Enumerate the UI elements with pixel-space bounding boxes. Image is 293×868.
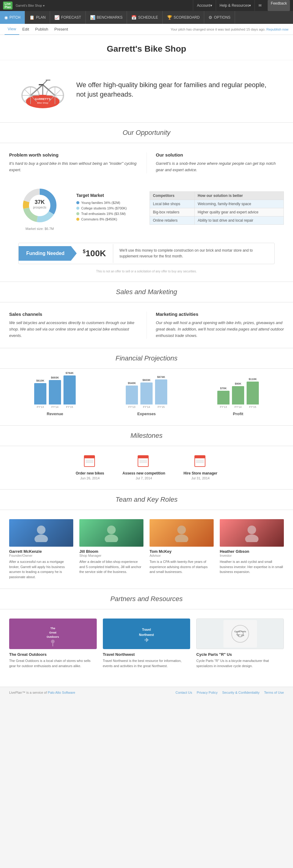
- hero-tagline: We offer high-quality biking gear for fa…: [76, 81, 275, 99]
- pitch-icon: ◉: [4, 15, 8, 20]
- bar-expenses-fy13: [126, 385, 138, 404]
- partner-logo-2: Cycle Parts "R" Us: [196, 619, 284, 649]
- comp-solution-2: Ability to last drive and local repair: [194, 216, 284, 224]
- member-photo-heather: [220, 519, 284, 547]
- member-name-2: Tom McKey: [150, 549, 214, 554]
- nav-scoreboard[interactable]: 🏆 SCOREBOARD: [163, 11, 204, 24]
- bar-revenue-fy14: [49, 380, 61, 404]
- nav-pitch[interactable]: ◉ PITCH: [0, 11, 25, 24]
- sales-channels-column: Sales channels We sell bicycles and acce…: [9, 312, 147, 339]
- feedback-mail-icon: ✉: [258, 3, 262, 8]
- sales-marketing-content: Sales channels We sell bicycles and acce…: [0, 305, 293, 345]
- milestone-name-1: Assess new competition: [122, 471, 165, 475]
- liveplan-logo: LivePlan: [3, 2, 12, 9]
- comp-name-0: Local bike shops: [150, 200, 195, 208]
- partners-section-title: Partners and Resources: [0, 589, 293, 609]
- legend-item-2: Trail enthusiasts 19% ($3.5M): [76, 212, 143, 216]
- nav-options[interactable]: ⚙ OPTIONS: [204, 11, 235, 24]
- profit-bars: $70K FY'13 $90K FY'14 $110K FY'15: [192, 378, 284, 408]
- member-bio-1: After a decade of bike-shop experience a…: [79, 559, 143, 575]
- expenses-bar-2: $674K FY'15: [155, 375, 167, 408]
- financial-projections-section-title: Financial Projections: [0, 348, 293, 369]
- footer-terms[interactable]: Terms of Use: [264, 691, 284, 694]
- bar-revenue-fy13: [34, 383, 46, 404]
- expenses-bars: $540K FY'13 $603K FY'14 $674K FY'15: [101, 378, 192, 408]
- sub-nav-edit[interactable]: Edit: [19, 24, 32, 35]
- bar-revenue-fy15: [64, 375, 76, 404]
- table-row: Online retailers Ability to last drive a…: [150, 216, 284, 224]
- republish-link[interactable]: Republish now: [266, 28, 288, 31]
- svg-point-40: [51, 640, 54, 643]
- partners-section: The Great Outdoors The Great Outdoors Th…: [0, 612, 293, 675]
- svg-text:Bike Shop: Bike Shop: [37, 101, 48, 104]
- help-resources-link[interactable]: Help & Resources ▾: [216, 0, 255, 11]
- marketing-activities-title: Marketing activities: [156, 312, 284, 317]
- feedback-icon-link[interactable]: ✉: [255, 0, 265, 11]
- svg-text:Travel: Travel: [142, 628, 151, 631]
- donut-chart: 37K prospects Market size: $6.7M: [9, 186, 70, 230]
- comp-solution-1: Higher quality gear and expert advice: [194, 208, 284, 216]
- palo-alto-link[interactable]: Palo Alto Software: [48, 691, 75, 694]
- svg-text:prospects: prospects: [33, 206, 46, 209]
- svg-text:Outdoors: Outdoors: [47, 635, 59, 639]
- svg-point-28: [37, 526, 45, 534]
- svg-point-29: [35, 534, 48, 542]
- milestone-date-2: Jul 31, 2014: [183, 476, 217, 480]
- team-member-0: Garrett McKenzie Founder/Owner After a s…: [9, 519, 73, 579]
- nav-plan[interactable]: 📋 PLAN: [25, 11, 50, 24]
- problem-column: Problem worth solving It's hard to buy a…: [9, 152, 147, 173]
- svg-point-30: [107, 526, 116, 534]
- member-bio-0: After a successful run as a mortgage bro…: [9, 559, 73, 579]
- member-name-1: Jill Bloom: [79, 549, 143, 554]
- profit-bar-2: $110K FY'15: [247, 378, 259, 408]
- table-row: Local bike shops Welcoming, family-frien…: [150, 200, 284, 208]
- member-role-2: Advisor: [150, 554, 214, 557]
- marketing-activities-body: Our shop will host a grand opening with …: [156, 320, 284, 339]
- problem-title: Problem worth solving: [9, 152, 137, 157]
- solution-title: Our solution: [156, 152, 284, 157]
- schedule-icon: 📅: [131, 15, 137, 20]
- nav-forecast[interactable]: 📈 FORECAST: [50, 11, 85, 24]
- feedback-button[interactable]: Feedback: [268, 0, 290, 11]
- problem-solution: Problem worth solving It's hard to buy a…: [0, 146, 293, 180]
- logo[interactable]: LivePlan: [3, 2, 12, 9]
- main-navigation: ◉ PITCH 📋 PLAN 📈 FORECAST 📊 BENCHMARKS 📅…: [0, 11, 293, 24]
- marketing-activities-column: Marketing activities Our shop will host …: [147, 312, 284, 339]
- partner-logo-0: The Great Outdoors: [9, 619, 97, 649]
- footer-security[interactable]: Security & Confidentiality: [222, 691, 259, 694]
- funding-label: Funding Needed: [19, 246, 77, 261]
- partner-1: Travel Northwest ✈ Travel Northwest Trav…: [103, 619, 190, 668]
- nav-schedule[interactable]: 📅 SCHEDULE: [127, 11, 162, 24]
- pitch-header: Garrett's Bike Shop: [0, 35, 293, 60]
- legend-dot-0: [76, 201, 79, 204]
- legend-item-1: College students 19% ($700K): [76, 206, 143, 210]
- legend-item-3: Commuters 8% ($450K): [76, 217, 143, 221]
- top-nav-links: Account ▾ Help & Resources ▾ ✉ Feedback: [193, 0, 290, 11]
- footer-privacy-policy[interactable]: Privacy Policy: [196, 691, 217, 694]
- nav-benchmarks[interactable]: 📊 BENCHMARKS: [86, 11, 127, 24]
- expenses-chart: $540K FY'13 $603K FY'14 $674K FY'15 Expe…: [101, 378, 192, 416]
- svg-text:GARRETT'S: GARRETT'S: [35, 97, 51, 101]
- svg-point-32: [177, 526, 186, 534]
- sub-nav-present[interactable]: Present: [51, 24, 71, 35]
- charts-section: $610K FY'13 $693K FY'14 $784K FY'15 Reve…: [0, 372, 293, 422]
- sub-nav-publish[interactable]: Publish: [32, 24, 51, 35]
- partner-name-1: Travel Northwest: [103, 652, 190, 657]
- partner-name-2: Cycle Parts "R" Us: [196, 652, 284, 657]
- shop-name[interactable]: Garrett's Bike Shop ▾: [15, 3, 44, 8]
- partner-desc-0: The Great Outdoors is a local chain of s…: [9, 658, 97, 668]
- partner-desc-2: Cycle Parts "R" Us is a bicycle manufact…: [196, 658, 284, 668]
- team-section: Garrett McKenzie Founder/Owner After a s…: [0, 513, 293, 586]
- target-market-section: 37K prospects Market size: $6.7M Target …: [0, 180, 293, 237]
- milestone-1: Assess new competition Jul 7, 2014: [122, 455, 165, 480]
- footer-contact-us[interactable]: Contact Us: [176, 691, 192, 694]
- profit-chart: $70K FY'13 $90K FY'14 $110K FY'15 Profit: [192, 378, 284, 416]
- team-section-title: Team and Key Roles: [0, 489, 293, 510]
- problem-body: It's hard to buy a good bike in this tow…: [9, 160, 137, 173]
- legend-section: Target Market Young families 34% ($2M) C…: [76, 193, 143, 223]
- sales-channels-body: We sell bicycles and accessories directl…: [9, 320, 137, 339]
- sub-nav-view[interactable]: View: [5, 24, 19, 35]
- account-link[interactable]: Account ▾: [193, 0, 216, 11]
- revenue-chart-title: Revenue: [9, 411, 101, 416]
- partner-desc-1: Travel Northwest is the best resource fo…: [103, 658, 190, 668]
